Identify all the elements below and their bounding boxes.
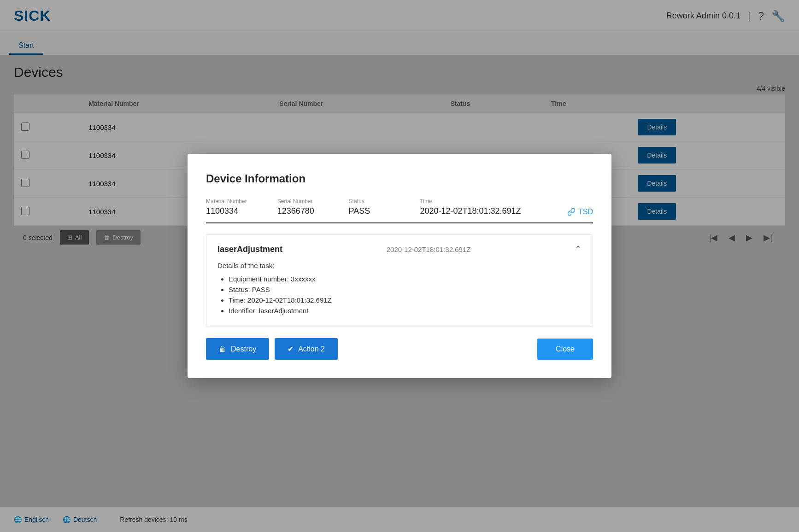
time-value: 2020-12-02T18:01:32.691Z [420, 206, 563, 216]
task-card-header: laserAdjustment 2020-12-02T18:01:32.691Z… [217, 244, 582, 254]
checkmark-icon: ✔ [288, 345, 294, 353]
modal-overlay: Device Information Material Number 11003… [0, 0, 799, 532]
link-icon [567, 208, 576, 216]
destroy-label: Destroy [231, 345, 256, 353]
status-label: Status [349, 198, 420, 205]
serial-number-label: Serial Number [277, 198, 349, 205]
task-detail-item: Identifier: laserAdjustment [229, 307, 582, 315]
tsd-link[interactable]: TSD [567, 208, 593, 216]
destroy-button[interactable]: 🗑 Destroy [206, 338, 269, 360]
serial-number-value: 12366780 [277, 206, 349, 216]
field-time: Time 2020-12-02T18:01:32.691Z [420, 198, 563, 216]
tsd-label: TSD [578, 208, 593, 216]
modal-title: Device Information [206, 172, 593, 185]
action2-label: Action 2 [298, 345, 325, 353]
trash-icon: 🗑 [219, 345, 226, 353]
task-card: laserAdjustment 2020-12-02T18:01:32.691Z… [206, 234, 593, 327]
time-label: Time [420, 198, 563, 205]
close-button[interactable]: Close [537, 339, 593, 360]
field-status: Status PASS [349, 198, 420, 216]
task-detail-item: Time: 2020-12-02T18:01:32.691Z [229, 296, 582, 304]
task-details-label: Details of the task: [217, 262, 582, 269]
device-info-modal: Device Information Material Number 11003… [188, 154, 611, 378]
status-value: PASS [349, 206, 420, 216]
material-number-value: 1100334 [206, 206, 277, 216]
task-detail-item: Status: PASS [229, 286, 582, 293]
chevron-up-icon[interactable]: ⌃ [575, 244, 582, 254]
modal-info-row: Material Number 1100334 Serial Number 12… [206, 198, 593, 223]
field-serial-number: Serial Number 12366780 [277, 198, 349, 216]
task-detail-item: Equipment number: 3xxxxxx [229, 275, 582, 283]
task-details-list: Equipment number: 3xxxxxxStatus: PASSTim… [217, 275, 582, 315]
field-material-number: Material Number 1100334 [206, 198, 277, 216]
material-number-label: Material Number [206, 198, 277, 205]
modal-footer-left: 🗑 Destroy ✔ Action 2 [206, 338, 338, 360]
modal-footer: 🗑 Destroy ✔ Action 2 Close [206, 338, 593, 360]
task-name: laserAdjustment [217, 245, 282, 254]
task-time: 2020-12-02T18:01:32.691Z [387, 246, 471, 253]
action2-button[interactable]: ✔ Action 2 [275, 338, 338, 360]
